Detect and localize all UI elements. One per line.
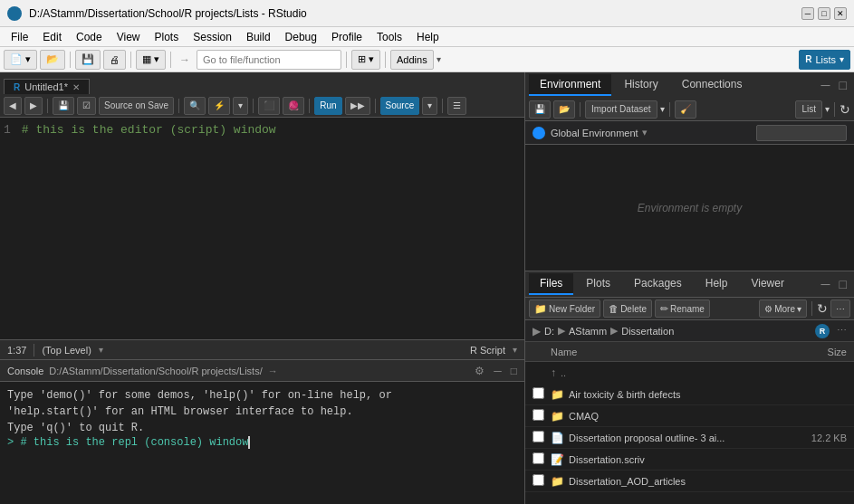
more-button[interactable]: ⚙ More ▾ [759,300,807,318]
list-item-dissertation-scriv[interactable]: 📝 Dissertation.scriv [525,449,854,471]
window-controls[interactable]: ─ □ ✕ [801,7,847,20]
addins-button[interactable]: Addins [390,50,434,70]
list-item-dissertation-proposal[interactable]: 📄 Dissertation proposal outline- 3 ai...… [525,427,854,449]
list-view-button[interactable]: List [795,100,822,119]
import-dataset-button[interactable]: Import Dataset [585,100,657,119]
editor-save-button[interactable]: 💾 [53,97,74,115]
editor-search-button[interactable]: 🔍 [184,97,206,115]
env-broom-button[interactable]: 🧹 [675,100,696,119]
workspace-button[interactable]: ⊞▾ [351,50,380,70]
lists-label: Lists [815,54,836,65]
tab-help[interactable]: Help [695,273,739,295]
console-input-line[interactable]: > # this is the repl (console) window [7,436,517,449]
new-file-button[interactable]: 📄▾ [4,50,37,70]
env-search-input[interactable] [756,125,847,141]
menu-session[interactable]: Session [186,29,239,45]
editor-back-button[interactable]: ◀ [4,97,22,115]
env-maximize-icon[interactable]: □ [836,78,850,92]
env-load-button[interactable]: 📂 [553,100,575,119]
broom-icon: 🧹 [680,104,691,114]
tab-connections[interactable]: Connections [671,74,753,96]
menu-debug[interactable]: Debug [278,29,324,45]
global-env-dropdown-icon[interactable]: ▾ [642,127,648,138]
files-size-col: Size [783,347,847,357]
editor-statusbar: 1:37 (Top Level) ▾ R Script ▾ [0,339,524,359]
file-checkbox[interactable] [533,452,544,464]
console-maximize-icon[interactable]: □ [511,365,517,377]
maximize-button[interactable]: □ [818,7,830,20]
files-maximize-icon[interactable]: □ [836,277,850,291]
env-sep-1 [580,102,581,117]
env-minimize-icon[interactable]: ─ [818,78,834,92]
files-minimize-icon[interactable]: ─ [818,277,834,291]
minimize-button[interactable]: ─ [801,7,814,20]
list-item-cmaq[interactable]: 📁 CMAQ [525,405,854,427]
menu-edit[interactable]: Edit [35,29,69,45]
editor-knit-button[interactable]: 🧶 [283,97,304,115]
editor-wand-button[interactable]: ⚡ [208,97,230,115]
print-button[interactable]: 🖨 [103,50,126,70]
source-on-save-button[interactable]: Source on Save [99,97,174,115]
console-minimize-icon[interactable]: ─ [494,365,502,377]
file-checkbox[interactable] [533,474,544,486]
editor-compile-button[interactable]: ⬛ [258,97,280,115]
files-refresh-button[interactable]: ↻ [817,301,828,316]
menu-build[interactable]: Build [239,29,278,45]
tab-close-icon[interactable]: ✕ [72,82,80,92]
goto-input[interactable] [197,50,341,70]
lists-button[interactable]: R Lists ▾ [799,50,850,70]
editor-forward-button[interactable]: ▶ [24,97,43,115]
editor-tab-untitled1[interactable]: R Untitled1* ✕ [4,79,90,94]
file-checkbox[interactable] [533,387,544,399]
menu-code[interactable]: Code [69,29,110,45]
app-icon [7,6,22,21]
editor-opts-button[interactable]: ▾ [233,97,248,115]
tab-history[interactable]: History [613,74,668,96]
new-folder-button[interactable]: 📁 New Folder [529,300,600,318]
breadcrumb-d[interactable]: D: [544,326,554,337]
console-input-text: # this is the repl (console) window [20,436,248,449]
scope-indicator[interactable]: (Top Level) [42,345,91,356]
menu-file[interactable]: File [4,29,35,45]
tab-environment[interactable]: Environment [529,74,611,96]
script-type[interactable]: R Script [470,345,505,356]
source-button[interactable]: Source [380,97,420,115]
editor-content[interactable]: 1 # this is the editor (script) window [0,118,524,339]
menu-help[interactable]: Help [409,29,446,45]
list-item-air-toxicity[interactable]: 📁 Air toxicity & birth defects [525,384,854,405]
rename-button[interactable]: ✏ Rename [655,300,710,318]
delete-button[interactable]: 🗑 Delete [603,300,652,318]
tab-plots[interactable]: Plots [575,273,621,295]
file-checkbox[interactable] [533,409,544,421]
source-opts-button[interactable]: ▾ [422,97,437,115]
view-button[interactable]: ▦▾ [136,50,166,70]
files-opts-button[interactable]: ⋯ [830,300,850,318]
menu-plots[interactable]: Plots [148,29,187,45]
breadcrumb-sep-2: ▶ [610,325,618,337]
tab-viewer[interactable]: Viewer [740,273,794,295]
env-save-button[interactable]: 💾 [529,100,551,119]
menu-view[interactable]: View [110,29,148,45]
editor-menu-button[interactable]: ☰ [447,97,466,115]
tab-packages[interactable]: Packages [623,273,693,295]
close-button[interactable]: ✕ [834,7,847,20]
breadcrumb-dissertation[interactable]: Dissertation [621,326,674,337]
console-config-icon[interactable]: ⚙ [475,365,485,377]
breadcrumb-more-icon[interactable]: ⋯ [837,325,847,337]
code-line-1: # this is the editor (script) window [22,121,276,140]
breadcrumb-astamm[interactable]: AStamm [569,326,607,337]
more-dropdown-icon: ▾ [797,304,801,314]
open-file-button[interactable]: 📂 [40,50,65,70]
menu-profile[interactable]: Profile [324,29,369,45]
list-item-up[interactable]: ↑ .. [525,362,854,384]
next-chunk-button[interactable]: ▶▶ [345,97,370,115]
file-checkbox[interactable] [533,431,544,442]
refresh-button[interactable]: ↻ [840,102,850,117]
editor-find-button[interactable]: ☑ [77,97,96,115]
run-button[interactable]: Run [314,97,341,115]
list-item-dissertation-aod[interactable]: 📁 Dissertation_AOD_articles [525,471,854,492]
tab-files[interactable]: Files [529,273,573,295]
save-button[interactable]: 💾 [75,50,101,70]
menu-tools[interactable]: Tools [369,29,409,45]
console-content[interactable]: Type 'demo()' for some demos, 'help()' f… [0,382,524,504]
